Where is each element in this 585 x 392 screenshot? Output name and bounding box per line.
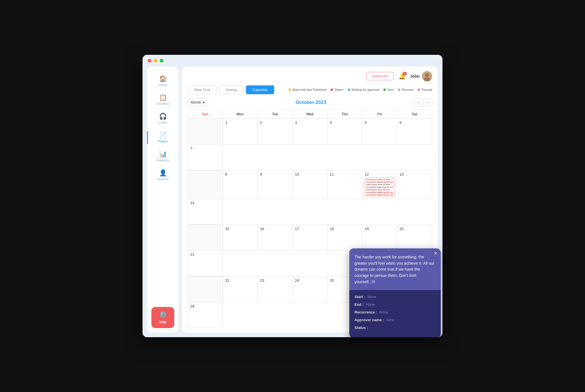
calendar-header: Sun Mon Tue Wed Thu Fri Sat xyxy=(188,110,432,118)
prev-month-button[interactable]: ‹ xyxy=(414,98,422,107)
maximize-button[interactable] xyxy=(160,59,163,63)
tab-history[interactable]: History xyxy=(219,85,244,94)
sidebar-label-publish: Publish xyxy=(158,140,168,143)
subscribe-button[interactable]: Subscribe xyxy=(366,72,394,80)
popup-status-label: Status : xyxy=(354,325,368,330)
user-info: John xyxy=(410,71,432,81)
popup-recurrence-row: Recurrence : None xyxy=(354,310,436,314)
legend-dot-reject xyxy=(330,89,333,91)
day-header-wed: Wed xyxy=(292,110,327,118)
cal-cell-11[interactable]: 11 xyxy=(328,170,362,199)
cal-cell-20[interactable]: 20 xyxy=(397,225,432,251)
cal-cell-16[interactable]: 16 xyxy=(258,225,292,251)
sidebar-item-analytics[interactable]: 📊 Analytics xyxy=(147,148,179,165)
cal-cell-13[interactable]: 13 xyxy=(397,170,432,199)
sidebar-label-analytics: Analytics xyxy=(157,158,169,162)
cal-cell-4[interactable]: 4 xyxy=(328,119,362,144)
calendar-nav: ‹ › xyxy=(414,98,432,107)
cal-cell-empty xyxy=(188,119,223,144)
publish-icon: 📄 xyxy=(159,132,167,138)
cal-cell-17[interactable]: 17 xyxy=(292,225,327,251)
sidebar-item-omnibox[interactable]: 📋 Omnibox xyxy=(147,91,179,109)
cal-cell-3[interactable]: 3 xyxy=(292,119,327,144)
legend-dot-paused xyxy=(418,89,420,91)
cal-cell-15[interactable]: 15 xyxy=(223,225,258,251)
legend-label-approved: Approved and Published xyxy=(292,88,327,91)
next-month-button[interactable]: › xyxy=(424,98,432,107)
popup-approver-label: Approver name : xyxy=(354,318,384,322)
popup-start-label: Start : xyxy=(354,295,365,299)
calendar-controls: Month ▾ October 2023 ‹ › xyxy=(188,98,432,107)
legend-label-reject: Reject xyxy=(334,88,343,91)
header-row: Subscribe 🔔 1 John xyxy=(188,71,432,81)
day-header-sat: Sat xyxy=(397,110,432,118)
sidebar-item-account[interactable]: 👤 Account xyxy=(147,166,179,184)
cal-cell-empty-4 xyxy=(188,277,223,302)
notification-area[interactable]: 🔔 1 xyxy=(398,73,406,80)
popup-overlay: ✕ The harder yoy work for something, the… xyxy=(349,248,441,337)
day-header-thu: Thu xyxy=(328,110,362,118)
cal-cell-8[interactable]: 8 xyxy=(223,170,258,199)
month-select-label: Month xyxy=(191,100,201,104)
day-header-sun: Sun xyxy=(188,110,223,118)
legend-waiting: Waiting for approval xyxy=(348,88,379,91)
cal-cell-12[interactable]: 12 Lorem ipsum dolor sit amet,consectetu… xyxy=(362,170,397,199)
legend-resume: Resume xyxy=(398,88,414,91)
cal-cell-14[interactable]: 14 xyxy=(188,199,223,225)
help-label: Help xyxy=(159,320,167,324)
sidebar-item-listen[interactable]: 🎧 Listen xyxy=(147,110,179,128)
cal-cell-10[interactable]: 10 xyxy=(292,170,327,199)
user-name: John xyxy=(410,74,420,79)
cal-cell-19[interactable]: 19 xyxy=(362,225,397,251)
cal-cell-2[interactable]: 2 xyxy=(258,119,292,144)
legend-reject: Reject xyxy=(330,88,343,91)
sidebar-label-account: Account xyxy=(157,177,169,181)
sidebar-item-publish[interactable]: 📄 Publish xyxy=(147,129,179,146)
sidebar-label-omnibox: Omnibox xyxy=(157,102,169,105)
day-header-mon: Mon xyxy=(223,110,258,118)
cal-cell-7[interactable]: 7 xyxy=(188,144,223,170)
popup-end-row: End : None xyxy=(354,302,436,307)
cal-cell-5[interactable]: 5 xyxy=(362,119,397,144)
cal-cell-1[interactable]: 1 xyxy=(223,119,258,144)
cal-cell-empty-3 xyxy=(188,225,223,251)
sidebar-label-home: Home xyxy=(159,83,167,87)
popup-close-button[interactable]: ✕ xyxy=(434,251,437,256)
cal-cell-22[interactable]: 22 xyxy=(223,277,258,302)
cal-cell-23[interactable]: 23 xyxy=(258,277,292,302)
popup-end-label: End : xyxy=(354,302,364,307)
app-window: 🏠 Home 📋 Omnibox 🎧 Listen 📄 Publish 📊 An… xyxy=(143,55,442,337)
post-preview[interactable]: Lorem ipsum dolor sit amet,consectetur a… xyxy=(365,177,395,197)
cal-cell-28[interactable]: 28 xyxy=(188,302,223,328)
minimize-button[interactable] xyxy=(154,59,157,63)
cal-cell-21[interactable]: 21 xyxy=(188,251,223,276)
popup-recurrence-label: Recurrence : xyxy=(354,310,377,314)
month-select[interactable]: Month ▾ xyxy=(188,98,208,106)
close-button[interactable] xyxy=(148,59,151,63)
popup-status-row: Status : xyxy=(354,325,436,330)
popup-card: ✕ The harder yoy work for something, the… xyxy=(349,248,441,337)
sidebar-item-home[interactable]: 🏠 Home xyxy=(147,72,179,90)
help-button[interactable]: ⚙️ Help xyxy=(151,307,174,328)
cal-cell-empty-2 xyxy=(188,170,223,199)
sidebar: 🏠 Home 📋 Omnibox 🎧 Listen 📄 Publish 📊 An… xyxy=(147,67,179,333)
listen-icon: 🎧 xyxy=(159,113,167,120)
legend-dot-resume xyxy=(398,89,400,91)
legend-dot-approved xyxy=(289,89,291,91)
cal-cell-9[interactable]: 9 xyxy=(258,170,292,199)
chevron-down-icon: ▾ xyxy=(203,100,205,104)
popup-start-value: None xyxy=(367,295,376,299)
legend-approved: Approved and Published xyxy=(289,88,327,91)
cal-cell-6[interactable]: 6 xyxy=(397,119,432,144)
legend-paused: Paused xyxy=(418,88,432,91)
tab-new-post[interactable]: New Post xyxy=(188,85,217,94)
cal-cell-18[interactable]: 18 xyxy=(328,225,362,251)
legend-dot-sent xyxy=(383,89,386,91)
help-icon: ⚙️ xyxy=(159,311,167,318)
cal-cell-24[interactable]: 24 xyxy=(292,277,327,302)
tabs-row: New Post History Calendar Approved and P… xyxy=(188,85,432,94)
svg-point-1 xyxy=(425,73,429,77)
legend-label-sent: Sent xyxy=(387,88,394,91)
popup-message-text: The harder yoy work for something, the g… xyxy=(354,254,436,285)
tab-calendar[interactable]: Calendar xyxy=(246,85,274,94)
